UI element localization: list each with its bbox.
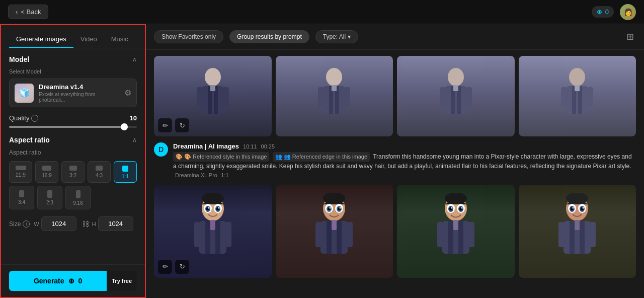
slider-thumb[interactable] (121, 123, 128, 130)
generate-button[interactable]: Generate ⊕ 0 (9, 271, 107, 291)
grid-layout-button[interactable]: ⊞ (624, 29, 636, 44)
svg-rect-57 (332, 220, 337, 230)
prompt-duration: 00:25 (261, 143, 275, 150)
pixar-image-3[interactable] (397, 185, 515, 278)
generate-credits-value: 0 (78, 277, 83, 285)
aspect-icon-9-16 (76, 190, 80, 198)
tab-video[interactable]: Video (73, 31, 104, 48)
width-label: W (34, 221, 39, 227)
svg-rect-72 (458, 221, 463, 254)
aspect-btn-2-3[interactable]: 2:3 (37, 186, 62, 209)
suit-figure-svg-3 (436, 66, 476, 126)
suit-image-4[interactable] (519, 56, 636, 136)
svg-rect-89 (575, 220, 580, 230)
pixar-image-1[interactable]: ✏ ↻ (154, 185, 272, 278)
aspect-label-9-16: 9:16 (73, 200, 83, 206)
generate-label: Generate (34, 277, 64, 285)
aspect-btn-21-9[interactable]: 21:9 (9, 161, 32, 183)
svg-point-14 (448, 68, 464, 86)
link-icon: ⛓ (82, 220, 89, 228)
generate-bar: Generate ⊕ 0 Try free (1, 264, 145, 297)
select-model-label: Select Model (9, 68, 137, 74)
credits-badge: ⊕ 0 (592, 6, 614, 18)
svg-rect-88 (580, 221, 585, 254)
model-thumb-image: 🧊 (15, 84, 34, 103)
aspect-icon-2-3 (47, 190, 52, 198)
model-chevron-icon[interactable]: ∧ (132, 56, 137, 63)
aspect-label-2-3: 2:3 (46, 200, 53, 205)
suit-image-2[interactable] (276, 56, 393, 136)
quality-info-icon[interactable]: i (31, 115, 38, 122)
svg-rect-55 (327, 221, 332, 254)
aspect-btn-3-2[interactable]: 3:2 (61, 161, 85, 183)
pixar-image-4[interactable] (519, 185, 636, 278)
aspect-title: Aspect ratio (9, 136, 50, 144)
back-button[interactable]: ‹ < Back (8, 5, 48, 19)
tab-music[interactable]: Music (104, 31, 135, 48)
pixar-bg-3 (397, 185, 515, 278)
suit-image-row: ✏ ↻ (154, 56, 636, 136)
width-input[interactable] (41, 216, 76, 231)
prompt-title-row: Dreamina | AI images 10:11 00:25 (173, 142, 636, 150)
back-label: < Back (21, 8, 41, 16)
group-results-button[interactable]: Group results by prompt (229, 30, 309, 43)
model-card[interactable]: 🧊 Dreamina v1.4 Excels at everything fro… (9, 79, 137, 107)
size-info-icon[interactable]: i (23, 220, 30, 228)
avatar[interactable]: 👩 (620, 4, 636, 20)
model-settings-icon[interactable]: ⚙ (124, 88, 131, 98)
svg-rect-91 (590, 222, 596, 247)
svg-rect-90 (558, 222, 565, 247)
svg-point-36 (208, 207, 209, 209)
tab-generate-images[interactable]: Generate images (9, 31, 73, 48)
content-toolbar: Show Favorites only Group results by pro… (146, 24, 644, 50)
height-input[interactable] (98, 216, 133, 231)
ratio-tag: 1:1 (221, 172, 228, 178)
quality-slider[interactable] (9, 126, 137, 128)
size-label: Size i (9, 220, 30, 228)
suit-image-1[interactable]: ✏ ↻ (154, 56, 272, 136)
aspect-icon-1-1 (122, 166, 128, 172)
model-section-header: Model ∧ (9, 55, 137, 63)
aspect-label-3-4: 3:4 (18, 199, 25, 205)
model-thumbnail: 🧊 (15, 84, 34, 103)
aspect-icon-4-3 (96, 166, 103, 171)
edit-btn-pixar-1[interactable]: ✏ (158, 260, 172, 274)
aspect-btn-16-9[interactable]: 16:9 (35, 161, 58, 183)
aspect-btn-1-1[interactable]: 1:1 (114, 161, 137, 183)
svg-rect-73 (453, 220, 458, 230)
quality-value: 10 (130, 114, 137, 122)
aspect-grid-row1: 21:9 16:9 3:2 4:3 (9, 161, 137, 183)
back-icon: ‹ (16, 8, 18, 16)
type-filter-button[interactable]: Type: All ▾ (315, 30, 358, 43)
refresh-btn-pixar-1[interactable]: ↻ (175, 260, 189, 274)
aspect-section-header: Aspect ratio ∧ (9, 136, 137, 144)
aspect-btn-9-16[interactable]: 9:16 (65, 186, 91, 209)
show-favorites-button[interactable]: Show Favorites only (154, 30, 223, 43)
pixar-figure-svg-2 (311, 193, 357, 269)
images-scroll[interactable]: ✏ ↻ (146, 50, 644, 298)
aspect-btn-3-4[interactable]: 3:4 (9, 186, 34, 209)
ref2-badge: 👥 👥 Referenced edge in this image (273, 152, 370, 162)
pixar-image-2[interactable] (276, 185, 393, 278)
suit-img-1-actions: ✏ ↻ (158, 118, 189, 132)
svg-rect-13 (344, 87, 350, 107)
aspect-btn-4-3[interactable]: 4:3 (88, 161, 111, 183)
svg-rect-26 (561, 87, 567, 107)
refresh-btn-1[interactable]: ↻ (175, 118, 189, 132)
aspect-icon-16-9 (42, 166, 51, 171)
svg-point-7 (326, 68, 342, 86)
credits-icon: ⊕ (597, 8, 602, 16)
suit-image-3[interactable] (397, 56, 515, 136)
svg-point-68 (451, 207, 452, 209)
main-layout: Generate images Video Music Model ∧ Sele… (0, 24, 644, 298)
svg-rect-74 (437, 222, 443, 247)
edit-btn-1[interactable]: ✏ (158, 118, 172, 132)
aspect-chevron-icon[interactable]: ∧ (132, 136, 137, 143)
aspect-label-16-9: 16:9 (42, 173, 51, 178)
svg-point-37 (218, 207, 219, 209)
quality-label: Quality i (9, 114, 38, 122)
avatar-image: 👩 (624, 8, 632, 16)
model-section: Model ∧ Select Model 🧊 Dreamina v1.4 Exc… (9, 55, 137, 128)
svg-rect-19 (440, 87, 446, 107)
pixar-bg-2 (276, 185, 393, 278)
